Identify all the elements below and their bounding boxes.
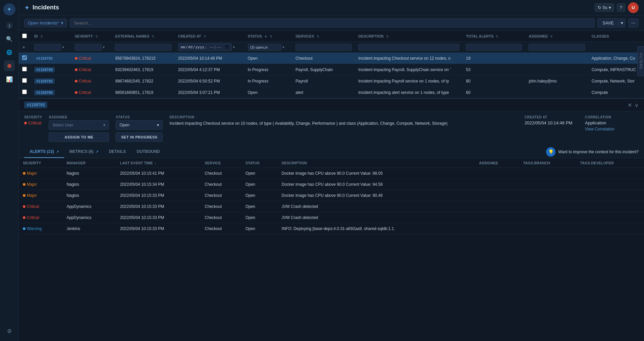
alert-row[interactable]: Critical AppDynamics 2022/05/04 10:15:33…: [19, 212, 644, 223]
row-ext-names: 98674681545, 17822: [112, 75, 174, 87]
alert-row[interactable]: Major Nagios 2022/05/04 10:15:34 PM Chec…: [19, 179, 644, 190]
row-services: Checkout: [292, 53, 355, 64]
alert-last-event: 2022/05/04 10:15:34 PM: [116, 179, 201, 190]
select-all-checkbox[interactable]: [22, 34, 27, 38]
row-ext-names: 93239402463, 17819: [112, 64, 174, 75]
view-filter-dropdown[interactable]: Open Incidents* ▾: [24, 19, 67, 27]
status-select-text: Open: [119, 123, 129, 127]
col-header-description: DESCRIPTION ⇅: [355, 31, 463, 42]
row-classes: Compute, INFRASTRUC: [588, 64, 644, 75]
alert-status: Open: [241, 190, 278, 201]
app-title: Incidents: [33, 4, 59, 11]
table-row[interactable]: #1159792 Critical 98674681545, 17822 202…: [19, 75, 644, 87]
refresh-dropdown-icon: ▾: [609, 5, 611, 10]
filters-tab[interactable]: FILTERS: [637, 46, 644, 76]
id-filter-input[interactable]: [34, 44, 61, 51]
severity-dot: [23, 227, 25, 230]
services-filter-input[interactable]: [296, 44, 352, 51]
help-button[interactable]: ?: [617, 3, 625, 12]
detail-panel: #1159793 ✕ ∨ SEVERITY Critical ASSIGNEE …: [19, 98, 644, 146]
tab-details[interactable]: DETAILS: [104, 146, 131, 158]
row-id[interactable]: #1159786: [31, 87, 71, 98]
date-filter-input[interactable]: [178, 43, 232, 51]
user-avatar[interactable]: U: [628, 2, 639, 13]
filter-classes-col: [588, 42, 644, 53]
row-created-at: 2022/05/04 4:12:37 PM: [175, 64, 245, 75]
hint-icon: 💡: [546, 147, 555, 157]
view-correlation-link[interactable]: View Correlation: [585, 127, 639, 131]
row-description: Incident impacting Payroll service on 1 …: [355, 75, 463, 87]
alert-severity: Warning: [19, 223, 62, 234]
assign-to-me-button[interactable]: ASSIGN TO ME: [49, 132, 109, 142]
header-right: ↻ 5s ▾ ? U: [595, 2, 639, 13]
tab-outbound[interactable]: OUTBOUND: [131, 146, 165, 158]
sidebar-collapse-button[interactable]: ❯: [6, 22, 13, 29]
alerts-filter-input[interactable]: [466, 44, 522, 51]
table-row[interactable]: #1159786 Critical 98561660851, 17819 202…: [19, 87, 644, 98]
assignee-sort-icon: ⇅: [550, 35, 553, 38]
save-dropdown-button[interactable]: ▾: [619, 18, 626, 27]
alert-status: Open: [241, 179, 278, 190]
row-assignee: john.haley@mo: [525, 75, 588, 87]
more-options-button[interactable]: ⋯: [628, 18, 639, 27]
severity-dot: [23, 216, 25, 219]
detail-header-actions: ✕ ∨: [628, 102, 639, 108]
refresh-button[interactable]: ↻ 5s ▾: [595, 3, 614, 12]
sidebar-item-analytics[interactable]: 📊: [4, 74, 15, 84]
desc-sort-icon: ⇅: [386, 35, 389, 38]
tab-alerts[interactable]: ALERTS (13) ↗: [24, 146, 64, 158]
detail-incident-id: #1159793: [24, 102, 47, 108]
alerts-col-tags-branch: TAGS.BRANCH: [519, 158, 576, 168]
desc-filter-input[interactable]: [358, 44, 459, 51]
severity-dot: [75, 91, 77, 94]
search-input[interactable]: [70, 18, 595, 27]
ext-filter-input[interactable]: [115, 44, 171, 51]
detail-correlation-field: CORRELATION Application View Correlation: [585, 115, 639, 131]
alert-row[interactable]: Critical AppDynamics 2022/05/04 10:15:33…: [19, 201, 644, 212]
filter-severity-col: ▼: [71, 42, 112, 53]
sidebar-item-incidents[interactable]: ⊕: [4, 60, 15, 71]
alert-tags-developer: [576, 179, 644, 190]
detail-expand-button[interactable]: ∨: [635, 102, 639, 108]
set-in-progress-button[interactable]: SET IN PROGRESS: [116, 132, 163, 142]
col-header-services: SERVICES ⇅: [292, 31, 355, 42]
tab-details-label: DETAILS: [109, 149, 126, 154]
row-id[interactable]: #1159793: [31, 53, 71, 64]
row-severity: Critical: [71, 87, 112, 98]
tab-outbound-label: OUTBOUND: [137, 149, 160, 154]
sidebar-item-globe[interactable]: 🌐: [4, 47, 15, 58]
row-checkbox[interactable]: [19, 53, 31, 64]
sidebar-item-settings[interactable]: ⚙: [4, 326, 15, 336]
table-row[interactable]: #1159793 Critical 95679943924, 178215 20…: [19, 53, 644, 64]
alert-row[interactable]: Major Nagios 2022/05/04 10:15:33 PM Chec…: [19, 190, 644, 201]
severity-dot: [23, 194, 25, 197]
row-id[interactable]: #1159792: [31, 75, 71, 87]
alert-assignee: [475, 179, 519, 190]
alerts-header-row: SEVERITY MANAGER LAST EVENT TIME ↓ SERVI…: [19, 158, 644, 168]
row-checkbox[interactable]: [19, 87, 31, 98]
assignee-select-dropdown[interactable]: Select User ▾: [49, 120, 109, 130]
row-description: Incident impacting Payroll, SupplyChain …: [355, 64, 463, 75]
status-sort-icon: ⇅: [270, 35, 272, 38]
row-checkbox[interactable]: [19, 64, 31, 75]
row-checkbox[interactable]: [19, 75, 31, 87]
correlation-label: CORRELATION: [585, 115, 639, 119]
alert-description: Docker image has CPU above 90.0 Current …: [278, 190, 475, 201]
alert-row[interactable]: Major Nagios 2022/05/04 10:15:41 PM Chec…: [19, 168, 644, 179]
tabs-bar: ALERTS (13) ↗ METRICS (6) ↗ DETAILS OUTB…: [19, 146, 644, 158]
alert-tags-developer: [576, 201, 644, 212]
severity-filter-input[interactable]: [75, 44, 102, 51]
tab-metrics[interactable]: METRICS (6) ↗: [64, 146, 104, 158]
sidebar-item-search[interactable]: 🔍: [4, 34, 15, 44]
alerts-col-description: DESCRIPTION: [278, 158, 475, 168]
alert-row[interactable]: Warning Jenkins 2022/05/04 10:15:33 PM C…: [19, 223, 644, 234]
row-id[interactable]: #1159789: [31, 64, 71, 75]
status-filter-input[interactable]: [248, 44, 281, 51]
table-row[interactable]: #1159789 Critical 93239402463, 17819 202…: [19, 64, 644, 75]
assignee-label: ASSIGNEE: [49, 115, 109, 119]
status-select-dropdown[interactable]: Open ▾: [116, 120, 163, 130]
save-button[interactable]: SAVE: [597, 18, 619, 27]
assignee-filter-input[interactable]: [529, 44, 585, 51]
detail-close-button[interactable]: ✕: [628, 102, 632, 108]
incidents-icon: ⊕: [7, 63, 11, 69]
